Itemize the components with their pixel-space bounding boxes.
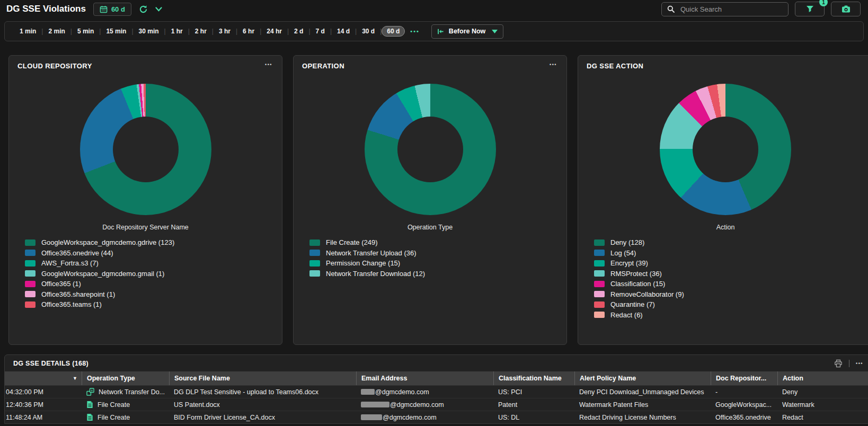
legend-item[interactable]: RemoveCollaborator (9) — [594, 289, 864, 300]
row-operation: File Create — [98, 414, 130, 421]
cell-doc-repository: GoogleWorkspac... — [711, 398, 777, 411]
legend-swatch-icon — [25, 250, 36, 256]
legend-item[interactable]: File Create (249) — [309, 237, 558, 248]
donut-axis-label: Operation Type — [302, 224, 558, 231]
legend-item[interactable]: Network Transfer Download (12) — [309, 269, 558, 279]
time-option-7d[interactable]: 7 d — [311, 26, 330, 36]
row-action: Watermark — [782, 401, 814, 409]
search-icon — [667, 5, 675, 13]
details-title-row: DG SSE DETAILS (168) ••• — [5, 355, 868, 371]
card-more-menu-icon[interactable]: ••• — [550, 62, 557, 67]
table-row[interactable]: 12:40:36 PMFile CreateUS Patent.docx@dgm… — [5, 398, 868, 411]
legend-item[interactable]: Office365.onedrive (44) — [25, 248, 273, 259]
time-range-button[interactable]: 60 d — [93, 3, 131, 16]
table-row[interactable]: 11:48:24 AMFile CreateBID Form Driver Li… — [5, 411, 868, 423]
table-more-menu-icon[interactable]: ••• — [856, 361, 863, 366]
legend-label: Office365.sharepoint (1) — [41, 290, 115, 298]
time-range-bar: 1 min|2 min|5 min|15 min|30 min|1 hr|2 h… — [4, 21, 864, 41]
snapshot-button[interactable] — [831, 2, 861, 16]
legend-label: Office365.onedrive (44) — [41, 249, 113, 257]
header-cell-doc-repositor-[interactable]: Doc Repositor... — [711, 371, 777, 385]
legend-item[interactable]: GoogleWorkspace_dgmcdemo.gdrive (123) — [25, 237, 273, 248]
legend-label: Network Transfer Upload (36) — [326, 249, 417, 257]
cell-time: 04:32:00 PM — [5, 386, 82, 398]
chart-card-title: DG SSE ACTION — [587, 62, 864, 70]
time-option-60d[interactable]: 60 d — [382, 26, 405, 37]
filter-button[interactable]: 1 — [795, 2, 825, 16]
header-cell-classification-name[interactable]: Classification Name — [493, 371, 574, 385]
time-option-1hr[interactable]: 1 hr — [166, 26, 188, 36]
legend-item[interactable]: Classification (15) — [594, 279, 864, 289]
row-doc-repository: GoogleWorkspac... — [715, 401, 772, 409]
header-cell-email-address[interactable]: Email Address — [356, 371, 493, 385]
refresh-icon[interactable] — [139, 5, 148, 14]
legend-label: Log (54) — [610, 249, 636, 257]
print-icon[interactable] — [834, 359, 843, 368]
row-email-domain: @dgmcdemo.com — [383, 414, 437, 421]
quick-search-box[interactable] — [661, 2, 789, 16]
legend-item[interactable]: AWS_Fortra.s3 (7) — [25, 258, 273, 269]
legend-item[interactable]: Permission Change (15) — [309, 258, 558, 269]
redacted-text-box — [361, 414, 382, 420]
cell-source-file: DG DLP Test Sensitive - upload to Teams0… — [169, 386, 356, 398]
header-cell-alert-policy-name[interactable]: Alert Policy Name — [574, 371, 711, 385]
time-option-24hr[interactable]: 24 hr — [261, 26, 287, 36]
time-mode-select[interactable]: Before Now — [431, 24, 503, 39]
time-mode-label: Before Now — [449, 28, 485, 35]
page-title: DG SSE Violations — [6, 4, 86, 14]
time-option-3hr[interactable]: 3 hr — [214, 26, 236, 36]
time-option-15min[interactable]: 15 min — [101, 26, 131, 36]
legend-item[interactable]: Network Transfer Upload (36) — [309, 248, 558, 259]
legend-label: Encrypt (39) — [610, 259, 648, 267]
redacted-text-box — [361, 402, 389, 407]
header-cell-operation-type[interactable]: Operation Type — [82, 371, 169, 385]
legend-item[interactable]: Log (54) — [594, 248, 864, 259]
legend-item[interactable]: Office365 (1) — [25, 279, 273, 289]
legend-label: File Create (249) — [326, 238, 378, 246]
chart-card-dg-sse-action: DG SSE ACTIONActionDeny (128)Log (54)Enc… — [578, 55, 868, 345]
legend-swatch-icon — [594, 239, 605, 246]
legend-item[interactable]: Redact (6) — [594, 310, 864, 321]
cell-operation-type: Network Transfer Do... — [82, 386, 169, 398]
filter-count-badge: 1 — [819, 0, 828, 6]
header-cell-time[interactable]: ▼ — [5, 371, 82, 385]
column-header-label: Source File Name — [174, 375, 230, 382]
chevron-down-icon[interactable] — [155, 7, 162, 12]
chart-legend: File Create (249)Network Transfer Upload… — [302, 237, 558, 279]
time-options: 1 min|2 min|5 min|15 min|30 min|1 hr|2 h… — [14, 26, 405, 37]
time-option-5min[interactable]: 5 min — [72, 26, 99, 36]
legend-item[interactable]: RMSProtect (36) — [594, 269, 864, 279]
column-header-label: Operation Type — [87, 375, 135, 382]
time-option-14d[interactable]: 14 d — [332, 26, 355, 36]
time-range-label: 60 d — [111, 5, 125, 13]
cell-source-file: US Patent.docx — [169, 398, 356, 411]
time-option-6hr[interactable]: 6 hr — [237, 26, 260, 36]
legend-item[interactable]: Quarantine (7) — [594, 299, 864, 310]
time-option-2d[interactable]: 2 d — [289, 26, 308, 36]
more-time-options-icon[interactable]: ••• — [405, 28, 425, 34]
time-option-1min[interactable]: 1 min — [14, 26, 41, 36]
header-cell-action[interactable]: Action — [777, 371, 868, 385]
legend-label: Permission Change (15) — [326, 259, 400, 267]
legend-item[interactable]: Office365.sharepoint (1) — [25, 289, 273, 300]
cell-time: 12:40:36 PM — [5, 398, 82, 411]
legend-swatch-icon — [25, 260, 36, 267]
time-option-2min[interactable]: 2 min — [43, 26, 70, 36]
legend-item[interactable]: GoogleWorkspace_dgmcdemo.gmail (1) — [25, 269, 273, 279]
time-option-2hr[interactable]: 2 hr — [190, 26, 212, 36]
row-time: 12:40:36 PM — [6, 401, 43, 409]
time-option-30min[interactable]: 30 min — [134, 26, 164, 36]
header-cell-source-file-name[interactable]: Source File Name — [169, 371, 356, 385]
time-option-30d[interactable]: 30 d — [357, 26, 380, 36]
legend-item[interactable]: Office365.teams (1) — [25, 299, 273, 310]
row-action: Deny — [782, 388, 798, 396]
row-email-domain: @dgmcdemo.com — [375, 388, 429, 396]
card-more-menu-icon[interactable]: ••• — [265, 62, 272, 67]
quick-search-input[interactable] — [679, 5, 783, 14]
legend-item[interactable]: Deny (128) — [594, 237, 864, 248]
legend-label: Office365.teams (1) — [41, 300, 102, 308]
table-row[interactable]: 04:32:00 PMNetwork Transfer Do...DG DLP … — [5, 385, 868, 398]
sort-desc-icon[interactable]: ▼ — [73, 376, 77, 381]
legend-item[interactable]: Encrypt (39) — [594, 258, 864, 269]
redacted-text-box — [361, 389, 375, 395]
